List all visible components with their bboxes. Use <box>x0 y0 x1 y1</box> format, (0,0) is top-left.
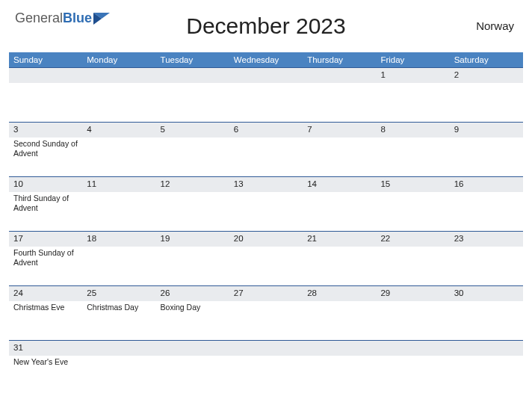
week-row: 24 25 26 27 28 29 30 Christmas Eve Chris… <box>9 285 523 340</box>
date-cell: 17 <box>9 232 82 247</box>
date-cell: 29 <box>376 286 449 301</box>
date-cell <box>450 341 523 356</box>
event-cell: Third Sunday of Advent <box>9 192 82 231</box>
date-cell: 9 <box>450 123 523 137</box>
date-cell: 13 <box>229 177 303 192</box>
events-row: Second Sunday of Advent <box>9 137 523 176</box>
events-row: Third Sunday of Advent <box>9 192 523 231</box>
dates-row: 17 18 19 20 21 22 23 <box>9 231 523 247</box>
day-header: Monday <box>82 52 155 67</box>
logo-flag-icon <box>93 13 110 25</box>
event-cell: New Year's Eve <box>9 356 82 386</box>
date-cell: 8 <box>376 123 449 137</box>
date-cell: 11 <box>82 177 155 192</box>
event-cell <box>82 192 155 231</box>
date-cell <box>229 341 303 356</box>
date-cell: 14 <box>303 177 376 192</box>
week-row: 17 18 19 20 21 22 23 Fourth Sunday of Ad… <box>9 231 523 285</box>
date-cell: 4 <box>82 123 155 137</box>
day-header: Wednesday <box>229 52 303 67</box>
date-cell: 20 <box>229 232 303 247</box>
date-cell <box>303 341 376 356</box>
date-cell: 26 <box>156 286 229 301</box>
logo: GeneralBlue <box>15 10 110 26</box>
date-cell <box>229 68 303 83</box>
day-header: Friday <box>376 52 449 67</box>
date-cell: 6 <box>229 123 303 137</box>
event-cell <box>376 83 449 122</box>
event-cell <box>450 356 523 386</box>
event-cell <box>229 192 303 231</box>
event-cell <box>450 301 523 340</box>
dates-row: 3 4 5 6 7 8 9 <box>9 122 523 137</box>
dates-row: 1 2 <box>9 67 523 83</box>
date-cell: 23 <box>450 232 523 247</box>
calendar-title: December 2023 <box>186 13 345 39</box>
date-cell: 3 <box>9 123 82 137</box>
event-cell: Fourth Sunday of Advent <box>9 247 82 285</box>
event-cell <box>450 137 523 176</box>
event-cell <box>156 192 229 231</box>
country-label: Norway <box>476 19 514 32</box>
date-cell: 30 <box>450 286 523 301</box>
dates-row: 31 <box>9 340 523 356</box>
event-cell <box>303 192 376 231</box>
event-cell <box>376 356 449 386</box>
date-cell <box>156 68 229 83</box>
week-row: 3 4 5 6 7 8 9 Second Sunday of Advent <box>9 122 523 176</box>
event-cell <box>303 83 376 122</box>
date-cell: 31 <box>9 341 82 356</box>
events-row <box>9 83 523 122</box>
dates-row: 24 25 26 27 28 29 30 <box>9 285 523 301</box>
date-cell: 25 <box>82 286 155 301</box>
date-cell: 2 <box>450 68 523 83</box>
event-cell <box>229 301 303 340</box>
event-cell <box>450 83 523 122</box>
event-cell <box>303 301 376 340</box>
date-cell: 5 <box>156 123 229 137</box>
event-cell <box>450 192 523 231</box>
day-header-row: Sunday Monday Tuesday Wednesday Thursday… <box>9 52 523 67</box>
event-cell <box>156 247 229 285</box>
date-cell: 7 <box>303 123 376 137</box>
date-cell <box>82 68 155 83</box>
event-cell <box>156 356 229 386</box>
event-cell <box>376 192 449 231</box>
date-cell: 22 <box>376 232 449 247</box>
event-cell <box>82 247 155 285</box>
day-header: Saturday <box>450 52 523 67</box>
event-cell <box>303 247 376 285</box>
event-cell <box>450 247 523 285</box>
events-row: Fourth Sunday of Advent <box>9 247 523 285</box>
event-cell <box>376 247 449 285</box>
event-cell <box>156 83 229 122</box>
week-row: 31 New Year's Eve <box>9 340 523 386</box>
date-cell <box>376 341 449 356</box>
date-cell: 12 <box>156 177 229 192</box>
date-cell <box>9 68 82 83</box>
date-cell: 24 <box>9 286 82 301</box>
event-cell <box>303 137 376 176</box>
event-cell <box>82 83 155 122</box>
day-header: Tuesday <box>156 52 229 67</box>
logo-text-1: General <box>15 10 63 26</box>
date-cell: 19 <box>156 232 229 247</box>
date-cell: 21 <box>303 232 376 247</box>
date-cell: 27 <box>229 286 303 301</box>
date-cell <box>82 341 155 356</box>
event-cell <box>229 356 303 386</box>
event-cell <box>229 247 303 285</box>
week-row: 1 2 <box>9 67 523 122</box>
events-row: New Year's Eve <box>9 356 523 386</box>
date-cell: 28 <box>303 286 376 301</box>
dates-row: 10 11 12 13 14 15 16 <box>9 176 523 192</box>
event-cell: Christmas Day <box>82 301 155 340</box>
events-row: Christmas Eve Christmas Day Boxing Day <box>9 301 523 340</box>
date-cell: 10 <box>9 177 82 192</box>
date-cell: 18 <box>82 232 155 247</box>
event-cell: Christmas Eve <box>9 301 82 340</box>
date-cell <box>303 68 376 83</box>
week-row: 10 11 12 13 14 15 16 Third Sunday of Adv… <box>9 176 523 231</box>
event-cell <box>229 83 303 122</box>
event-cell <box>376 137 449 176</box>
